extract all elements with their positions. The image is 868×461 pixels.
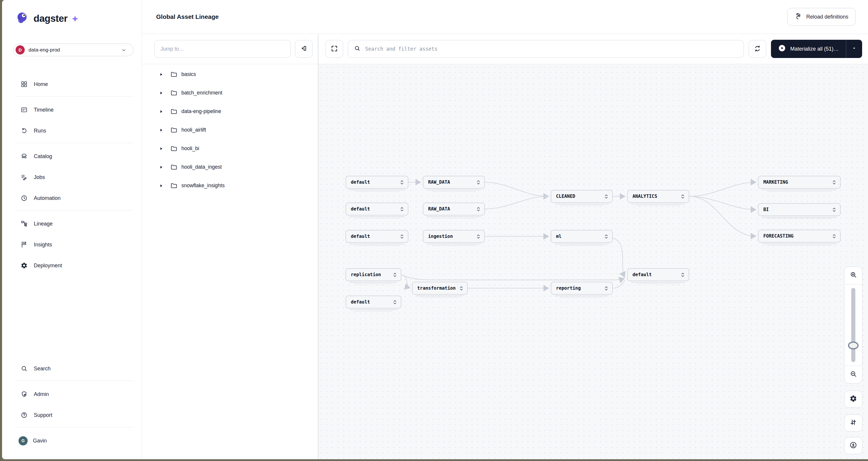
sidebar-item-support[interactable]: Support [2, 408, 142, 423]
shield-person-icon [20, 391, 28, 398]
tree-item-label: snowflake_insights [181, 182, 225, 189]
question-circle-icon [20, 411, 28, 419]
graph-node-bi[interactable]: BI [758, 203, 841, 216]
tree-item-snowflake-insights[interactable]: snowflake_insights [142, 176, 318, 195]
unfold-icon [681, 272, 685, 277]
node-label: reporting [556, 286, 581, 291]
tree-item-label: hooli_bi [181, 145, 199, 152]
caret-right-icon [159, 73, 163, 76]
graph-node-forecasting[interactable]: FORECASTING [758, 230, 841, 242]
graph-settings-button[interactable] [844, 391, 862, 408]
sliders-icon [849, 419, 857, 427]
tree-item-batch-enrichment[interactable]: batch_enrichment [142, 84, 318, 102]
asset-group-tree: basics batch_enrichment data-eng-pipelin… [142, 64, 318, 459]
graph-filters-button[interactable] [844, 414, 862, 432]
node-label: default [351, 206, 370, 212]
tree-toolbar [142, 34, 318, 64]
dagster-octopus-icon [16, 11, 29, 26]
folder-icon [170, 163, 178, 171]
jump-to-input[interactable] [154, 40, 291, 58]
user-name: Gavin [33, 438, 47, 444]
sidebar-item-lineage[interactable]: Lineage [2, 217, 142, 231]
sidebar-item-label: Lineage [34, 221, 53, 227]
graph-node-transformation[interactable]: transformation [412, 282, 468, 295]
fullscreen-icon [331, 45, 338, 53]
node-label: ml [556, 234, 562, 239]
sidebar-item-deployment[interactable]: Deployment [2, 258, 142, 273]
graph-node-raw_data-1[interactable]: RAW_DATA [423, 176, 485, 189]
node-label: RAW_DATA [428, 206, 450, 212]
tree-item-data-eng-pipeline[interactable]: data-eng-pipeline [142, 102, 318, 121]
reload-definitions-label: Reload definitions [806, 14, 848, 20]
zoom-slider [844, 284, 862, 366]
node-label: replication [351, 272, 381, 277]
tree-item-label: basics [181, 71, 196, 78]
lineage-canvas[interactable]: default RAW_DATA default RAW_DATA defaul [318, 64, 868, 459]
unfold-icon [476, 234, 480, 239]
sidebar-item-runs[interactable]: Runs [2, 123, 142, 138]
graph-node-default-5[interactable]: default [627, 268, 689, 281]
search-assets-input[interactable] [365, 46, 738, 52]
node-label: ANALYTICS [632, 194, 657, 199]
graph-node-default-1[interactable]: default [345, 176, 408, 189]
graph-node-ingestion[interactable]: ingestion [423, 230, 485, 243]
org-name: data-eng-prod [29, 47, 116, 53]
sidebar-item-insights[interactable]: Insights [2, 237, 142, 252]
tree-item-basics[interactable]: basics [142, 65, 318, 84]
graph-node-replication[interactable]: replication [345, 268, 401, 281]
sidebar-item-label: Admin [34, 391, 49, 397]
toolbar-row: Materialize all (51)… [142, 34, 868, 64]
caret-right-icon [159, 147, 163, 150]
tree-item-hooli-airlift[interactable]: hooli_airlift [142, 121, 318, 139]
sidebar: dagster + D data-eng-prod Home Timeline … [2, 0, 142, 459]
graph-node-default-4[interactable]: default [345, 295, 401, 309]
zoom-out-button[interactable] [844, 366, 862, 383]
gear-icon [20, 262, 28, 269]
caret-right-icon [159, 128, 163, 132]
fullscreen-button[interactable] [326, 40, 343, 58]
collapse-panel-icon [300, 45, 308, 53]
page-title: Global Asset Lineage [156, 13, 219, 20]
graph-node-cleaned[interactable]: CLEANED [551, 190, 613, 203]
sidebar-item-label: Runs [34, 128, 46, 134]
zoom-slider-track[interactable] [851, 288, 855, 362]
sidebar-item-home[interactable]: Home [2, 77, 142, 91]
tree-item-hooli-data-ingest[interactable]: hooli_data_ingest [142, 158, 318, 176]
graph-node-analytics[interactable]: ANALYTICS [627, 190, 689, 203]
download-image-button[interactable] [844, 437, 862, 454]
user-menu[interactable]: G Gavin [2, 433, 142, 448]
sidebar-item-admin[interactable]: Admin [2, 387, 142, 402]
materialize-all-label: Materialize all (51)… [790, 46, 839, 52]
unfold-icon [681, 194, 685, 199]
sidebar-item-label: Jobs [34, 174, 45, 180]
folder-icon [170, 182, 178, 189]
refresh-button[interactable] [749, 40, 766, 58]
graph-node-raw_data-2[interactable]: RAW_DATA [423, 203, 485, 215]
node-label: default [351, 234, 370, 239]
sidebar-item-catalog[interactable]: Catalog [2, 149, 142, 164]
divider [16, 381, 133, 381]
reload-definitions-button[interactable]: Reload definitions [787, 8, 856, 26]
materialize-options-button[interactable] [846, 40, 862, 58]
sidebar-item-search[interactable]: Search [2, 361, 142, 376]
graph-node-marketing[interactable]: MARKETING [758, 176, 841, 189]
materialize-all-button[interactable]: Materialize all (51)… [771, 40, 846, 58]
sidebar-item-label: Timeline [34, 107, 54, 113]
sidebar-nav: Home Timeline Runs Catalog Jobs [2, 77, 142, 279]
sidebar-item-timeline[interactable]: Timeline [2, 103, 142, 117]
node-label: default [351, 179, 370, 185]
sidebar-item-label: Insights [34, 242, 52, 248]
graph-node-default-2[interactable]: default [345, 203, 408, 215]
deployment-switcher[interactable]: D data-eng-prod [13, 44, 133, 56]
app-window: dagster + D data-eng-prod Home Timeline … [2, 0, 868, 459]
tree-item-hooli-bi[interactable]: hooli_bi [142, 139, 318, 158]
folder-icon [170, 71, 178, 78]
zoom-slider-thumb[interactable] [848, 342, 859, 349]
sidebar-item-jobs[interactable]: Jobs [2, 170, 142, 184]
graph-node-ml[interactable]: ml [551, 230, 613, 243]
sidebar-item-automation[interactable]: Automation [2, 191, 142, 205]
collapse-panel-button[interactable] [295, 40, 313, 58]
graph-node-default-3[interactable]: default [345, 230, 408, 243]
graph-node-reporting[interactable]: reporting [551, 282, 613, 295]
zoom-in-button[interactable] [844, 267, 862, 284]
